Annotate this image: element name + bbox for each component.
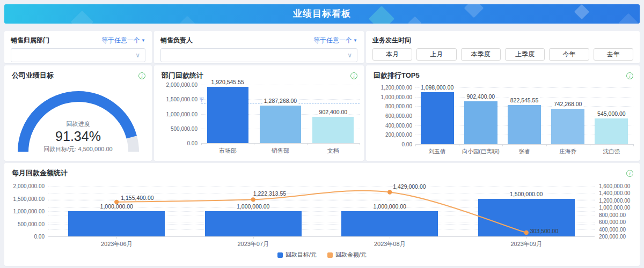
- bar-value-label: 1,500,000.00: [510, 191, 543, 197]
- category-label: 向小园(已离职): [462, 148, 500, 155]
- x-axis-tick-mark: [415, 144, 416, 146]
- bar[interactable]: [68, 211, 165, 236]
- chart-legend: 回款目标/元回款金额/元: [4, 251, 640, 259]
- panel-title: 每月回款金额统计: [12, 168, 68, 178]
- x-axis-tick-mark: [633, 144, 634, 146]
- bar[interactable]: [312, 117, 354, 143]
- bar-value-label: 1,287,268.00: [262, 98, 298, 104]
- average-line-label: 平: [199, 96, 204, 104]
- y-axis-tick: 0.00: [158, 140, 197, 146]
- x-axis-line: [415, 144, 633, 145]
- legend-swatch: [327, 252, 333, 258]
- info-icon[interactable]: i: [626, 72, 633, 79]
- category-label: 市场部: [219, 147, 237, 155]
- info-icon[interactable]: i: [138, 72, 145, 79]
- department-filter-label: 销售归属部门: [11, 36, 49, 45]
- y-axis-tick: 1,500,000.00: [158, 96, 197, 102]
- owner-operator-link[interactable]: 等于任意一个▼: [313, 36, 357, 45]
- caret-down-icon: ▼: [141, 38, 145, 43]
- gauge-progress-value: 91.34%: [4, 129, 152, 144]
- bar-value-label: 1,098,000.00: [419, 84, 455, 91]
- bar[interactable]: [595, 118, 628, 144]
- category-label: 刘玉倩: [429, 148, 446, 155]
- y-axis-tick: 1,200,000.00: [370, 85, 412, 91]
- x-axis-tick-mark: [360, 143, 360, 145]
- bar[interactable]: [421, 92, 454, 144]
- bar[interactable]: [205, 211, 302, 236]
- legend-label: 回款目标/元: [286, 251, 317, 259]
- left-y-axis-tick: 1,500,000.00: [4, 196, 45, 202]
- time-button-last-quarter[interactable]: 上季度: [505, 48, 545, 61]
- time-button-last-year[interactable]: 去年: [594, 48, 633, 61]
- y-axis-tick: 600,000.00: [370, 113, 412, 119]
- bar-value-label: 902,400.00: [465, 93, 497, 100]
- chevron-down-icon: ∨: [135, 50, 140, 60]
- department-operator-link[interactable]: 等于任意一个▼: [101, 36, 145, 45]
- bar[interactable]: [508, 105, 541, 144]
- time-filter-label: 业务发生时间: [372, 36, 411, 45]
- owner-filter-label: 销售负责人: [160, 36, 193, 45]
- bar[interactable]: [260, 106, 301, 143]
- left-y-axis-tick: 500,000.00: [4, 221, 45, 227]
- time-button-group: 本月 上月 本季度 上季度 今年 去年: [372, 48, 633, 61]
- panel-row: 公司业绩目标 i 回款进度 91.34% 回款目标/元: 4,500,000.0…: [4, 65, 640, 161]
- time-button-this-quarter[interactable]: 本季度: [461, 48, 501, 61]
- right-y-axis-tick: 600,000.00: [599, 219, 639, 225]
- line-point[interactable]: [387, 190, 392, 194]
- category-label: 庄海乔: [559, 148, 576, 155]
- legend-item-0[interactable]: 回款目标/元: [277, 251, 317, 259]
- right-y-axis-tick: 400,000.00: [599, 227, 639, 233]
- right-y-axis-tick: 800,000.00: [599, 212, 639, 218]
- legend-label: 回款金额/元: [335, 251, 367, 259]
- dashboard-page: 业绩目标看板 销售归属部门 等于任意一个▼ ∨ 销售负责人 等于任意一个▼ ∨ …: [0, 0, 644, 268]
- bar[interactable]: [551, 109, 584, 144]
- time-button-this-month[interactable]: 本月: [372, 48, 412, 61]
- category-label: 2023年08月: [374, 240, 406, 248]
- bar[interactable]: [464, 101, 497, 144]
- y-axis-tick: 1,000,000.00: [158, 111, 197, 117]
- info-icon[interactable]: i: [626, 170, 633, 177]
- gauge-center-text: 回款进度 91.34% 回款目标/元: 4,500,000.00: [4, 120, 152, 153]
- bar[interactable]: [341, 211, 438, 236]
- y-axis-tick: 500,000.00: [158, 126, 197, 132]
- category-label: 销售部: [272, 147, 289, 155]
- x-axis-line: [48, 236, 595, 237]
- x-axis-tick-mark: [590, 144, 590, 146]
- right-y-axis-tick: 200,000.00: [599, 234, 639, 240]
- filter-card-owner: 销售负责人 等于任意一个▼ ∨: [154, 31, 364, 63]
- category-label: 2023年06月: [101, 240, 133, 248]
- right-y-axis-tick: 1,200,000.00: [599, 198, 639, 204]
- left-y-axis-tick: 1,000,000.00: [4, 209, 45, 214]
- info-icon[interactable]: i: [350, 72, 357, 79]
- x-axis-tick-mark: [459, 144, 459, 146]
- panel-repayment-top5: 回款排行TOP5 i 1,200,000.001,000,000.00800,0…: [366, 65, 640, 161]
- filter-card-time: 业务发生时间 本月 上月 本季度 上季度 今年 去年: [366, 31, 640, 63]
- panel-company-target: 公司业绩目标 i 回款进度 91.34% 回款目标/元: 4,500,000.0…: [4, 65, 152, 161]
- bar[interactable]: [478, 199, 575, 237]
- panel-dept-repayment: 部门回款统计 i 2,000,000.001,500,000.001,000,0…: [154, 65, 364, 161]
- x-axis-tick-mark: [253, 236, 254, 239]
- panel-title: 部门回款统计: [162, 71, 203, 80]
- legend-item-1[interactable]: 回款金额/元: [327, 251, 367, 259]
- bar[interactable]: [207, 87, 248, 143]
- caret-down-icon: ▼: [353, 38, 357, 43]
- x-axis-tick-mark: [116, 236, 117, 239]
- time-button-last-month[interactable]: 上月: [416, 48, 456, 61]
- x-axis-tick-mark: [390, 236, 390, 239]
- x-axis-tick-mark: [502, 144, 503, 146]
- owner-select[interactable]: ∨: [160, 48, 357, 62]
- department-select[interactable]: ∨: [11, 48, 145, 62]
- page-title: 业绩目标看板: [4, 4, 640, 24]
- y-axis-tick: 0.00: [370, 142, 412, 147]
- x-axis-tick-mark: [546, 144, 547, 146]
- line-point[interactable]: [251, 197, 255, 202]
- bar-value-label: 1,000,000.00: [100, 203, 133, 210]
- y-axis-tick: 800,000.00: [370, 103, 412, 109]
- x-axis-tick-mark: [526, 236, 527, 239]
- time-button-this-year[interactable]: 今年: [549, 48, 589, 61]
- line-point-label: 1,155,400.00: [121, 195, 153, 201]
- line-point-label: 303,500.00: [530, 228, 559, 234]
- x-axis-tick-mark: [307, 143, 308, 145]
- gauge-target-text: 回款目标/元: 4,500,000.00: [4, 145, 152, 153]
- bar-value-label: 1,000,000.00: [374, 203, 406, 210]
